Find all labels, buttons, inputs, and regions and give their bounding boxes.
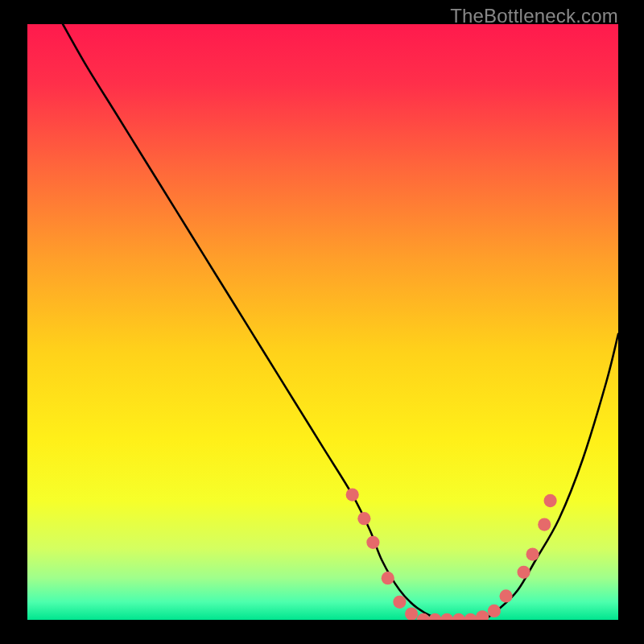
data-point — [464, 613, 477, 620]
chart-plot-layer — [27, 24, 618, 620]
data-point — [488, 605, 501, 617]
bottleneck-curve — [63, 24, 618, 620]
chart-frame — [27, 24, 618, 620]
data-point — [499, 589, 512, 602]
data-point — [366, 536, 379, 549]
data-point — [346, 488, 359, 501]
data-point — [382, 572, 394, 584]
data-point — [440, 613, 453, 620]
data-point — [357, 512, 370, 525]
data-point — [526, 547, 539, 560]
data-point — [452, 613, 465, 620]
data-points-group — [346, 488, 557, 620]
data-point — [476, 610, 489, 620]
data-point — [517, 566, 530, 579]
data-point — [538, 518, 551, 530]
data-point — [405, 607, 418, 620]
data-point — [393, 596, 406, 609]
data-point — [544, 494, 557, 507]
data-point — [428, 613, 441, 620]
